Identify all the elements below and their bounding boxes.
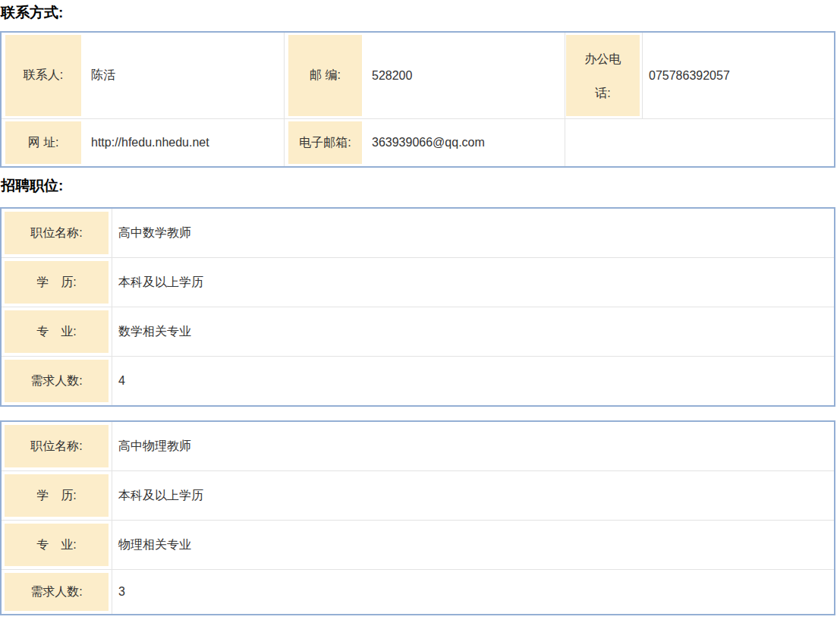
postal-code-label-cell: 邮 编: [284,33,366,118]
table-row: 学 历: 本科及以上学历 [2,470,834,520]
contact-person-label: 联系人: [5,35,81,116]
office-phone-label: 办公电话: [566,35,640,116]
position-name-label: 职位名称: [5,212,109,254]
email-label-cell: 电子邮箱: [284,118,366,166]
table-row: 专 业: 数学相关专业 [2,307,834,356]
postal-code-label: 邮 编: [288,35,362,116]
table-row: 职位名称: 高中数学教师 [2,209,834,257]
office-phone-value: 075786392057 [643,33,834,118]
table-row: 需求人数: 4 [2,356,834,405]
education-label: 学 历: [5,474,109,517]
empty-cell [643,118,834,166]
contact-person-value: 陈活 [85,33,284,118]
major-label: 专 业: [5,310,109,353]
table-row: 职位名称: 高中物理教师 [2,422,834,470]
headcount-value: 4 [112,357,834,405]
education-value: 本科及以上学历 [112,471,834,520]
position-name-value: 高中数学教师 [112,209,834,257]
headcount-value: 3 [112,570,834,614]
empty-cell [565,118,643,166]
contact-table: 联系人: 陈活 邮 编: 528200 办公电话: 075786392057 网… [0,31,835,168]
major-value: 物理相关专业 [112,521,834,569]
contact-section-heading: 联系方式: [1,4,840,22]
major-label: 专 业: [5,524,109,566]
table-row: 需求人数: 3 [2,569,834,614]
office-phone-label-cell: 办公电话: [565,33,643,118]
email-value: 363939066@qq.com [366,118,565,166]
job-table-physics: 职位名称: 高中物理教师 学 历: 本科及以上学历 专 业: 物理相关专业 需求… [0,420,835,615]
contact-person-label-cell: 联系人: [2,33,85,118]
headcount-label: 需求人数: [5,360,109,402]
major-value: 数学相关专业 [112,307,834,356]
website-label-cell: 网 址: [2,118,85,166]
website-value: http://hfedu.nhedu.net [85,118,284,166]
headcount-label: 需求人数: [5,573,109,611]
position-name-value: 高中物理教师 [112,422,834,470]
education-value: 本科及以上学历 [112,258,834,307]
recruitment-section-heading: 招聘职位: [1,177,840,195]
job-table-math: 职位名称: 高中数学教师 学 历: 本科及以上学历 专 业: 数学相关专业 需求… [0,207,835,407]
education-label: 学 历: [5,261,109,304]
table-row: 学 历: 本科及以上学历 [2,257,834,307]
website-label: 网 址: [5,121,81,164]
postal-code-value: 528200 [366,33,565,118]
page: 联系方式: 联系人: 陈活 邮 编: 528200 办公电话: 07578639… [0,0,840,623]
position-name-label: 职位名称: [5,425,109,467]
table-row: 专 业: 物理相关专业 [2,520,834,569]
email-label: 电子邮箱: [288,121,362,164]
